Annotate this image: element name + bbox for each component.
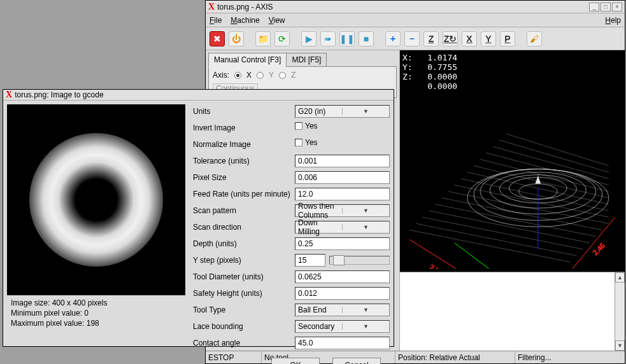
label-lace: Lace bounding (193, 322, 295, 331)
select-lace[interactable]: Secondary▼ (295, 320, 390, 333)
input-pixelsize[interactable] (295, 171, 390, 184)
power-icon[interactable]: ⏻ (229, 31, 244, 46)
clear-plot-icon[interactable]: 🖌 (527, 31, 542, 46)
stop-icon[interactable]: ■ (359, 31, 374, 46)
checkbox-normalize[interactable]: Yes (295, 138, 390, 147)
svg-line-11 (480, 159, 609, 191)
label-units: Units (193, 107, 295, 116)
ok-button[interactable]: OK (271, 358, 320, 364)
zoom-out-icon[interactable]: － (404, 31, 420, 46)
axis-titlebar[interactable]: X torus.png - AXIS _ □ × (206, 1, 625, 13)
axis-z-label: Z (291, 71, 295, 80)
view-z-icon[interactable]: Z (423, 31, 439, 46)
image-to-gcode-dialog: X torus.png: Image to gcode Image size: … (3, 89, 394, 347)
tab-mdi[interactable]: MDI [F5] (286, 53, 327, 67)
scroll-down-icon[interactable]: ▼ (615, 340, 625, 351)
minimize-button[interactable]: _ (589, 3, 599, 11)
svg-line-13 (493, 146, 609, 178)
label-tooldia: Tool Diameter (units) (193, 272, 295, 281)
image-preview (7, 104, 185, 295)
label-safety: Safety Height (units) (193, 289, 295, 298)
checkbox-invert[interactable]: Yes (295, 122, 390, 130)
svg-line-8 (461, 179, 609, 211)
svg-line-25 (455, 243, 494, 269)
menu-machine[interactable]: Machine (231, 16, 259, 25)
select-tooltype[interactable]: Ball End▼ (295, 304, 390, 316)
input-ystep[interactable] (295, 254, 325, 267)
chevron-down-icon: ▼ (342, 207, 389, 214)
zoom-in-icon[interactable]: ＋ (385, 31, 401, 46)
axis-x-label: X (246, 71, 252, 80)
scroll-up-icon[interactable]: ▲ (615, 272, 625, 283)
dialog-titlebar[interactable]: X torus.png: Image to gcode (3, 90, 394, 101)
svg-line-6 (448, 192, 609, 223)
scrollbar[interactable]: ▲ ▼ (615, 272, 625, 351)
select-scanpattern[interactable]: Rows then Columns▼ (295, 204, 390, 217)
input-safety[interactable] (295, 287, 390, 300)
status-filter: Filtering... (515, 351, 625, 363)
slider-ystep[interactable] (329, 256, 390, 265)
view-y-icon[interactable]: Y (481, 31, 496, 46)
input-feedrate[interactable] (295, 188, 390, 200)
svg-line-15 (506, 134, 608, 165)
label-scanpattern: Scan pattern (193, 206, 295, 215)
3d-preview[interactable]: X: 1.0174 Y: 0.7755 Z: 0.0000 0.0000 (400, 50, 625, 272)
svg-line-27 (409, 240, 487, 269)
label-tolerance: Tolerance (units) (193, 157, 295, 165)
svg-line-3 (429, 211, 589, 242)
menu-help[interactable]: Help (605, 16, 621, 25)
svg-line-5 (442, 198, 602, 230)
axis-y-label: Y (269, 71, 274, 80)
dialog-title: torus.png: Image to gcode (15, 90, 391, 99)
chevron-down-icon: ▼ (342, 323, 389, 330)
svg-line-0 (409, 230, 570, 262)
maximize-button[interactable]: □ (601, 3, 611, 11)
cancel-button[interactable]: Cancel (332, 358, 381, 364)
view-x-icon[interactable]: X (462, 31, 477, 46)
close-button[interactable]: × (612, 3, 622, 11)
view-zrot-icon[interactable]: Z↻ (443, 31, 458, 46)
dialog-buttons: OK Cancel (3, 354, 394, 364)
axis-label: Axis: (213, 71, 229, 80)
input-tooldia[interactable] (295, 270, 390, 283)
open-folder-icon[interactable]: 📁 (255, 31, 271, 46)
app-icon: X (6, 90, 12, 100)
torus-depthmap (29, 133, 163, 267)
svg-line-10 (474, 166, 609, 198)
app-icon: X (208, 2, 215, 12)
axis-y-radio[interactable] (257, 72, 264, 79)
estop-icon[interactable]: ✖ (210, 31, 225, 46)
axis-z-radio[interactable] (279, 72, 286, 79)
label-pixelsize: Pixel Size (193, 173, 295, 182)
chevron-down-icon: ▼ (342, 307, 389, 313)
menu-view[interactable]: View (269, 16, 285, 25)
step-icon[interactable]: ➠ (320, 31, 336, 46)
select-units[interactable]: G20 (in)▼ (295, 105, 390, 118)
svg-line-4 (435, 204, 595, 236)
settings-form: Units G20 (in)▼ Invert Image Yes Normali… (193, 104, 390, 350)
label-tooltype: Tool Type (193, 305, 295, 314)
info-min: Minimum pixel value: 0 (11, 308, 181, 318)
svg-line-14 (499, 140, 608, 172)
chevron-down-icon: ▼ (342, 108, 389, 115)
toolpath-plot: 2.34 2.46 (400, 50, 625, 269)
select-scandir[interactable]: Down Milling▼ (295, 221, 390, 234)
reload-icon[interactable]: ⟳ (274, 31, 290, 46)
play-icon[interactable]: ▶ (301, 31, 317, 46)
input-tolerance[interactable] (295, 155, 390, 167)
chevron-down-icon: ▼ (342, 224, 389, 230)
tab-manual-control[interactable]: Manual Control [F3] (208, 53, 287, 67)
svg-line-7 (455, 185, 609, 217)
svg-line-1 (416, 223, 576, 255)
axis-title: torus.png - AXIS (217, 3, 587, 11)
input-depth[interactable] (295, 237, 390, 250)
view-p-icon[interactable]: P (500, 31, 515, 46)
svg-line-12 (487, 153, 609, 185)
menu-file[interactable]: File (210, 16, 222, 25)
pause-icon[interactable]: ❚❚ (339, 31, 355, 46)
gcode-listing: ▲ ▼ (400, 272, 625, 351)
input-contact[interactable] (295, 337, 390, 349)
info-size: Image size: 400 x 400 pixels (11, 298, 181, 308)
menubar: File Machine View Help (206, 13, 625, 27)
axis-x-radio[interactable] (234, 72, 241, 79)
